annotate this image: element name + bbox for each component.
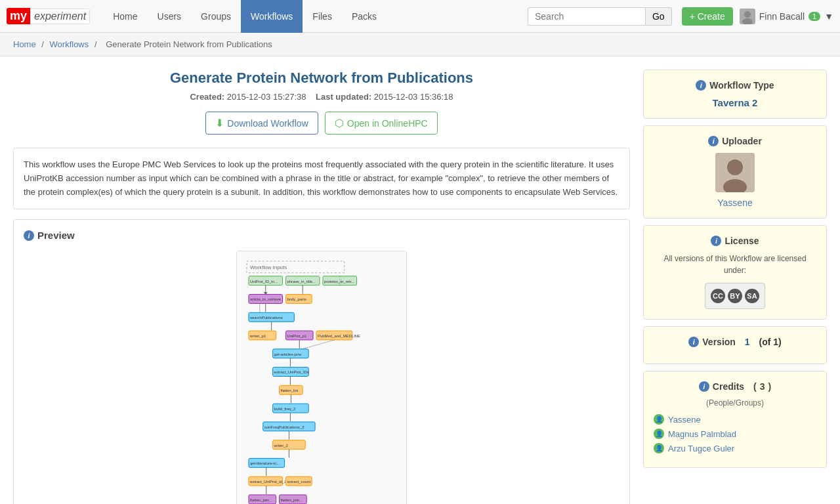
breadcrumb-current: Generate Protein Network from Publicatio… xyxy=(106,39,272,49)
user-name: Finn Bacall xyxy=(759,11,805,22)
breadcrumb-workflows[interactable]: Workflows xyxy=(50,39,89,49)
description-box: This workflow uses the Europe PMC Web Se… xyxy=(13,148,630,209)
main-content: Generate Protein Network from Publicatio… xyxy=(0,56,840,504)
svg-text:UniProt_p1: UniProt_p1 xyxy=(287,334,306,338)
download-workflow-button[interactable]: ⬇ Download Workflow xyxy=(205,112,318,135)
create-button[interactable]: + Create xyxy=(682,7,733,26)
online-icon: ⬡ xyxy=(335,117,344,129)
version-title: Version xyxy=(702,337,736,347)
svg-point-1 xyxy=(742,18,753,24)
open-online-button[interactable]: ⬡ Open in OnlineHPC xyxy=(325,112,438,135)
created-date: 2015-12-03 15:27:38 xyxy=(227,92,306,102)
content-left: Generate Protein Network from Publicatio… xyxy=(13,70,630,504)
cc-badge[interactable]: CC BY SA xyxy=(705,283,765,309)
uploader-avatar xyxy=(715,153,755,192)
user-dropdown-icon[interactable]: ▼ xyxy=(824,11,833,22)
content-right: i Workflow Type Taverna 2 i Uploader Yas… xyxy=(643,70,827,504)
credits-title: Credits xyxy=(713,381,744,392)
workflow-type-info-icon[interactable]: i xyxy=(696,80,706,91)
uploader-title-row: i Uploader xyxy=(654,136,816,146)
meta-info: Created: 2015-12-03 15:27:38 Last update… xyxy=(13,92,630,102)
credit-link-2[interactable]: Magnus Palmblad xyxy=(668,429,736,439)
license-card: i License All versions of this Workflow … xyxy=(643,225,827,320)
license-info-icon[interactable]: i xyxy=(711,236,721,246)
nav-home[interactable]: Home xyxy=(103,0,147,33)
svg-text:get-literature-m...: get-literature-m... xyxy=(250,462,280,466)
uploader-name-link[interactable]: Yassene xyxy=(717,198,752,208)
nav-right: + Create Finn Bacall 1 ▼ xyxy=(682,7,833,26)
credits-subtitle: (People/Groups) xyxy=(654,398,816,408)
svg-point-62 xyxy=(727,159,743,175)
license-title: License xyxy=(724,236,759,246)
preview-info-icon[interactable]: i xyxy=(24,230,34,241)
download-icon: ⬇ xyxy=(215,117,224,129)
nav-packs[interactable]: Packs xyxy=(342,0,387,33)
workflow-svg: Workflow Inputs UniProt_ID_in... phrase_… xyxy=(243,258,400,504)
preview-label: Preview xyxy=(37,230,75,241)
credits-count-value: 3 xyxy=(760,381,765,392)
svg-text:flatten_join...: flatten_join... xyxy=(250,498,272,502)
nav-groups[interactable]: Groups xyxy=(191,0,241,33)
user-area[interactable]: Finn Bacall 1 ▼ xyxy=(740,9,833,24)
avatar xyxy=(740,9,755,24)
workflow-type-card: i Workflow Type Taverna 2 xyxy=(643,70,827,119)
preview-section: i Preview Workflow Inputs UniProt_ID_in.… xyxy=(13,219,630,504)
workflow-type-value: Taverna 2 xyxy=(654,97,816,108)
svg-text:flatten_list: flatten_list xyxy=(281,389,299,393)
credits-count: ( xyxy=(753,381,757,392)
credit-link-3[interactable]: Arzu Tugce Guler xyxy=(668,444,734,453)
uploader-info-icon[interactable]: i xyxy=(708,136,719,146)
cc-icon: CC xyxy=(711,289,725,303)
svg-text:writer_p1: writer_p1 xyxy=(249,334,266,338)
site-logo[interactable]: my experiment xyxy=(7,8,90,24)
uploader-card: i Uploader Yassene xyxy=(643,125,827,219)
svg-text:PubMed_and_MEDLINE: PubMed_and_MEDLINE xyxy=(318,334,360,338)
credit-person-icon-3: 👤 xyxy=(654,443,664,453)
license-title-row: i License xyxy=(654,236,816,246)
svg-text:article_to_retrieve: article_to_retrieve xyxy=(250,298,282,302)
svg-text:extract_UniProt_IDs: extract_UniProt_IDs xyxy=(274,371,309,375)
nav-files[interactable]: Files xyxy=(303,0,342,33)
version-number-link[interactable]: 1 xyxy=(745,337,750,347)
version-info-icon[interactable]: i xyxy=(688,337,699,347)
breadcrumb-sep2: / xyxy=(94,39,99,49)
updated-label: Last updated: xyxy=(316,92,371,102)
nav-users[interactable]: Users xyxy=(148,0,192,33)
created-label: Created: xyxy=(190,92,224,102)
version-card: i Version 1 (of 1) xyxy=(643,326,827,364)
svg-text:proteins_to_retr...: proteins_to_retr... xyxy=(324,280,355,284)
sa-icon: SA xyxy=(745,289,759,303)
credits-title-row: i Credits (3) xyxy=(654,381,816,392)
credit-link-1[interactable]: Yassene xyxy=(668,415,701,425)
workflow-preview: Workflow Inputs UniProt_ID_in... phrase_… xyxy=(24,251,620,504)
description-text: This workflow uses the Europe PMC Web Se… xyxy=(24,158,620,199)
svg-text:writer_2: writer_2 xyxy=(274,444,288,448)
workflow-type-title: Workflow Type xyxy=(709,80,774,91)
credit-item-2: 👤 Magnus Palmblad xyxy=(654,429,816,439)
search-button[interactable]: Go xyxy=(646,7,672,26)
download-label: Download Workflow xyxy=(227,118,308,129)
svg-text:sortFreqPublications_2: sortFreqPublications_2 xyxy=(264,425,304,429)
online-label: Open in OnlineHPC xyxy=(347,118,428,129)
user-badge: 1 xyxy=(808,12,820,21)
svg-text:build_freq_2: build_freq_2 xyxy=(274,407,296,411)
page-title: Generate Protein Network from Publicatio… xyxy=(13,70,630,87)
nav-workflows[interactable]: Workflows xyxy=(241,0,303,33)
logo-experiment: experiment xyxy=(30,9,90,24)
version-title-row: i Version 1 (of 1) xyxy=(654,337,816,347)
credits-card: i Credits (3) (People/Groups) 👤 Yassene … xyxy=(643,371,827,468)
svg-text:extract_UniProt_id_2: extract_UniProt_id_2 xyxy=(250,480,286,484)
search-area: Go xyxy=(528,7,672,26)
search-input[interactable] xyxy=(528,7,646,26)
license-text: All versions of this Workflow are licens… xyxy=(654,253,816,276)
preview-title: i Preview xyxy=(24,230,620,241)
workflow-diagram: Workflow Inputs UniProt_ID_in... phrase_… xyxy=(236,251,407,504)
version-of: (of 1) xyxy=(759,337,781,347)
logo-my: my xyxy=(7,8,30,24)
breadcrumb: Home / Workflows / Generate Protein Netw… xyxy=(0,33,840,56)
credits-info-icon[interactable]: i xyxy=(699,381,709,392)
svg-text:Workflow Inputs: Workflow Inputs xyxy=(250,264,287,270)
breadcrumb-sep1: / xyxy=(41,39,46,49)
breadcrumb-home[interactable]: Home xyxy=(13,39,36,49)
uploader-title: Uploader xyxy=(722,136,762,146)
